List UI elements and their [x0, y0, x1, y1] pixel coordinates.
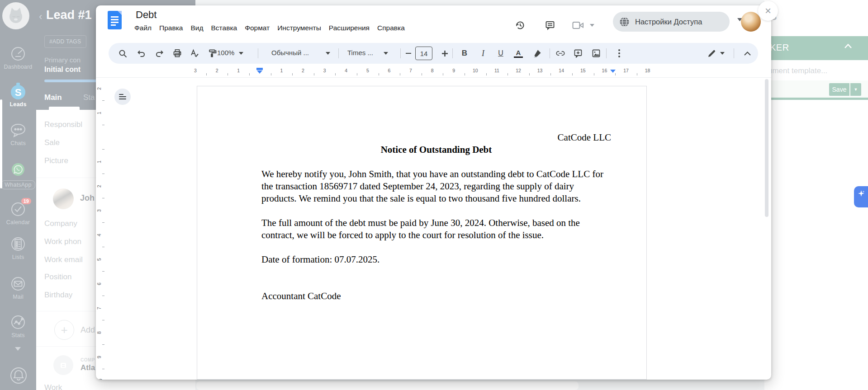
- ruler-tick: [508, 73, 508, 75]
- ruler-number: 8: [96, 331, 102, 334]
- toolbar-divider: [258, 48, 258, 58]
- print-icon[interactable]: [173, 49, 182, 58]
- ruler-number: 3: [194, 68, 197, 73]
- style-caret-icon[interactable]: [326, 52, 330, 55]
- ruler-tick: [206, 73, 207, 75]
- doc-paragraph: The full amount of the debt must be paid…: [261, 217, 611, 241]
- toolbar-divider: [734, 48, 734, 58]
- ruler-tick: [443, 73, 443, 75]
- ruler-tick: [529, 73, 530, 75]
- ruler-tick: [249, 73, 250, 75]
- user-avatar[interactable]: [741, 12, 761, 32]
- menu-Формат[interactable]: Формат: [245, 24, 270, 32]
- paragraph-style-select[interactable]: Обычный ...: [271, 49, 309, 56]
- bold-button[interactable]: B: [460, 49, 469, 58]
- ruler-number: 15: [580, 68, 586, 73]
- close-modal-button[interactable]: ×: [758, 1, 778, 21]
- ruler-tick: [357, 73, 357, 75]
- ruler-tick: [102, 100, 104, 101]
- ruler-number: 4: [345, 68, 347, 73]
- editing-mode-pen-icon[interactable]: [707, 49, 716, 58]
- font-size-input[interactable]: 14: [415, 47, 432, 60]
- menu-Вид[interactable]: Вид: [190, 24, 203, 32]
- ruler-number: 6: [96, 282, 102, 285]
- ruler-tick: [379, 73, 379, 75]
- toolbar-divider: [338, 48, 339, 58]
- ruler-number: 1: [237, 68, 240, 73]
- insert-image-icon[interactable]: [592, 49, 601, 58]
- menu-Файл[interactable]: Файл: [134, 24, 152, 32]
- doc-company-line: CatCode LLC: [261, 132, 611, 144]
- ruler-number: 7: [96, 307, 102, 310]
- menu-Вставка[interactable]: Вставка: [211, 24, 237, 32]
- ruler-number: 16: [602, 68, 607, 73]
- ruler-tick: [335, 73, 336, 75]
- menu-Инструменты[interactable]: Инструменты: [277, 24, 321, 32]
- add-comment-icon[interactable]: [574, 49, 583, 58]
- menu-Справка[interactable]: Справка: [377, 24, 405, 32]
- font-select[interactable]: Times ...: [347, 49, 373, 56]
- ruler-tick: [102, 174, 104, 174]
- ruler-number: 2: [96, 185, 102, 188]
- document-page[interactable]: CatCode LLC Notice of Outstanding Debt W…: [197, 86, 647, 380]
- ruler-number: 2: [216, 68, 218, 73]
- ruler-tick: [422, 73, 422, 75]
- ruler-tick: [271, 73, 271, 75]
- ruler-number: 1: [96, 160, 102, 163]
- italic-button[interactable]: I: [479, 49, 488, 58]
- ruler-number: 17: [623, 68, 629, 73]
- ruler-number: 5: [366, 68, 369, 73]
- text-color-button[interactable]: A: [514, 49, 523, 58]
- left-indent-marker[interactable]: [256, 68, 263, 75]
- redo-icon[interactable]: [155, 49, 164, 58]
- document-outline-button[interactable]: [114, 89, 131, 105]
- ruler-number: 13: [537, 68, 543, 73]
- zoom-caret-icon[interactable]: [239, 52, 243, 55]
- spelling-check-icon[interactable]: [190, 49, 199, 58]
- toolbar-divider: [400, 48, 401, 58]
- google-docs-icon: [108, 11, 122, 29]
- decrease-font-size-button[interactable]: [404, 49, 413, 58]
- ruler-tick: [486, 73, 487, 75]
- ruler-tick: [102, 222, 104, 223]
- video-call-icon[interactable]: [570, 17, 586, 33]
- google-docs-modal: Debt ФайлПравкаВидВставкаФорматИнструмен…: [96, 5, 771, 380]
- search-menus-icon[interactable]: [118, 49, 127, 58]
- right-indent-marker[interactable]: [610, 70, 616, 73]
- font-caret-icon[interactable]: [384, 52, 388, 55]
- menu-Правка[interactable]: Правка: [159, 24, 183, 32]
- insert-link-icon[interactable]: [556, 49, 565, 58]
- ruler-tick: [102, 320, 104, 320]
- ruler-number: 2: [302, 68, 304, 73]
- ruler-tick: [615, 73, 616, 75]
- horizontal-ruler: 321123456789101112131415161718: [96, 67, 771, 78]
- share-settings-button[interactable]: Настройки Доступа: [613, 12, 730, 32]
- comments-icon[interactable]: [542, 17, 558, 33]
- highlight-color-icon[interactable]: [533, 49, 542, 58]
- more-tools-icon[interactable]: [615, 49, 624, 58]
- document-scrollbar-thumb[interactable]: [765, 79, 768, 217]
- increase-font-size-button[interactable]: [440, 49, 449, 58]
- hide-menus-chevron-icon[interactable]: [743, 49, 752, 58]
- ruler-number: 3: [96, 209, 102, 212]
- document-title[interactable]: Debt: [136, 9, 157, 21]
- document-text: CatCode LLC Notice of Outstanding Debt W…: [197, 86, 646, 302]
- doc-heading: Notice of Outstanding Debt: [261, 144, 611, 156]
- ruler-tick: [465, 73, 465, 75]
- ai-assistant-tab[interactable]: [854, 186, 868, 207]
- ruler-number: 6: [388, 68, 390, 73]
- paint-format-icon[interactable]: [208, 49, 217, 58]
- editing-mode-caret-icon[interactable]: [720, 52, 725, 55]
- undo-icon[interactable]: [137, 49, 146, 58]
- toolbar-divider: [606, 48, 607, 58]
- underline-button[interactable]: U: [496, 49, 505, 58]
- doc-date-line: Date of formation: 07.07.2025.: [261, 254, 611, 266]
- ruler-number: 1: [96, 112, 102, 114]
- ruler-number: 3: [323, 68, 326, 73]
- zoom-select[interactable]: 100%: [217, 49, 234, 56]
- globe-icon: [619, 17, 630, 27]
- doc-paragraph: We hereby notify you, John Smith, that y…: [261, 168, 611, 205]
- menu-Расширения[interactable]: Расширения: [329, 24, 370, 32]
- video-call-caret-icon[interactable]: [589, 17, 595, 33]
- version-history-icon[interactable]: [512, 17, 528, 33]
